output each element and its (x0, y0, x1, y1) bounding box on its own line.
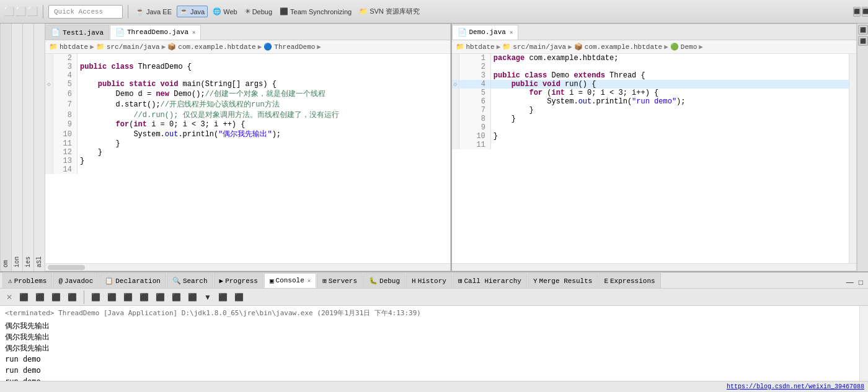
console-close-icon[interactable]: ✕ (308, 277, 311, 284)
bc-src-icon: 📁 (96, 43, 105, 51)
perspective-web[interactable]: 🌐 Web (210, 6, 239, 17)
tab-expressions[interactable]: E Expressions (598, 273, 660, 288)
console-btn-8[interactable]: ⬛ (121, 292, 135, 303)
toolbar-icon-2: ⬜ (16, 6, 26, 17)
right-tool-btn-1[interactable]: ⬛ (858, 25, 868, 35)
console-clear-btn[interactable]: ✕ (4, 292, 15, 303)
java-label: Java (190, 8, 205, 15)
console-btn-10[interactable]: ⬛ (153, 292, 167, 303)
console-vscrollbar[interactable] (859, 306, 868, 381)
progress-icon: ▶ (219, 277, 224, 285)
tab-servers[interactable]: ⊞ Servers (317, 273, 363, 288)
toolbar-right-btn-2[interactable]: ⬛ (862, 7, 868, 17)
tab-merge-results[interactable]: Y Merge Results (528, 273, 598, 288)
right-code-with-scroll: 1 package com.example.hbtdate; 2 3 (452, 54, 857, 263)
right-bc-pkg-icon: 📦 (574, 43, 583, 51)
table-row: 10 } (452, 132, 849, 141)
web-icon: 🌐 (213, 7, 221, 15)
console-btn-9[interactable]: ⬛ (137, 292, 151, 303)
history-icon: H (412, 277, 416, 285)
editor-tabs-container: 📄 Test1.java 📄 ThreadDemo.java ✕ 📁 hbtda… (45, 24, 857, 271)
left-hscrollbar[interactable] (45, 263, 450, 271)
console-output[interactable]: <terminated> ThreadDemo [Java Applicatio… (0, 306, 859, 381)
perspective-java[interactable]: ☕ Java (177, 6, 208, 17)
table-row: 2 (45, 54, 450, 63)
console-scroll-lock[interactable]: ⬛ (185, 292, 200, 303)
console-icon: ▣ (270, 277, 274, 285)
right-bc-proj-icon: 📁 (456, 43, 464, 51)
tab-debug[interactable]: 🐛 Debug (363, 273, 405, 288)
console-btn-7[interactable]: ⬛ (105, 292, 119, 303)
main-editor-area: om ion ies aSl 📄 Test1.java 📄 ThreadDemo… (0, 24, 868, 271)
call-hierarchy-icon: ⊞ (458, 277, 463, 285)
left-panel-label[interactable]: om (0, 24, 11, 271)
console-btn-11[interactable]: ⬛ (169, 292, 184, 303)
tab-test1[interactable]: 📄 Test1.java (45, 25, 109, 40)
expressions-label: Expressions (610, 277, 655, 285)
perspective-team-sync[interactable]: ⬛ Team Synchronizing (277, 6, 354, 17)
table-row: 3 public class ThreadDemo { (45, 63, 450, 71)
tab-progress[interactable]: ▶ Progress (214, 273, 264, 288)
console-btn-14[interactable]: ⬛ (232, 292, 246, 303)
bc-hbtdate: hbtdate (60, 43, 88, 51)
right-bc-src: src/main/java (513, 43, 566, 51)
bc-class-icon: 🔵 (264, 43, 272, 51)
tab-demo-close[interactable]: ✕ (510, 29, 513, 36)
merge-icon: Y (533, 277, 538, 285)
panel-maximize-btn[interactable]: □ (856, 277, 866, 288)
console-btn-5[interactable]: ⬛ (65, 292, 79, 303)
console-btn-13[interactable]: ⬛ (216, 292, 230, 303)
tab-demo[interactable]: 📄 Demo.java ✕ (452, 25, 519, 40)
perspective-svn[interactable]: 📁 SVN 资源库研究 (356, 6, 422, 17)
console-btn-3[interactable]: ⬛ (33, 292, 47, 303)
table-row: 11 } (45, 139, 450, 148)
console-stop-btn[interactable]: ⬛ (17, 292, 31, 303)
left-panel-label-2[interactable]: ion (11, 24, 22, 271)
console-btn-12[interactable]: ▼ (202, 292, 214, 303)
toolbar-icon-1: ⬜ (4, 6, 14, 17)
bottom-panel: ⚠ Problems @ Javadoc 📋 Declaration 🔍 Sea… (0, 271, 868, 392)
bc-class: ThreadDemo (274, 43, 315, 51)
console-line-6: run demo (5, 376, 854, 381)
toolbar-sep-2 (128, 5, 128, 19)
right-code-area[interactable]: 1 package com.example.hbtdate; 2 3 (452, 54, 849, 263)
expressions-icon: E (604, 277, 608, 285)
left-panel-label-4[interactable]: aSl (33, 24, 45, 271)
right-editor-pane: 📄 Demo.java ✕ 📁 hbtdate ▶ 📁 src/main/jav… (451, 24, 857, 271)
left-code-area[interactable]: 2 3 public class ThreadDemo { 4 (45, 54, 450, 263)
table-row: 1 package com.example.hbtdate; (452, 54, 849, 63)
right-code-table: 1 package com.example.hbtdate; 2 3 (452, 54, 849, 149)
perspective-debug[interactable]: ✳ Debug (242, 6, 275, 17)
tab-javadoc[interactable]: @ Javadoc (53, 273, 99, 288)
right-hscrollbar[interactable] (452, 263, 857, 271)
team-sync-label: Team Synchronizing (290, 8, 352, 15)
tab-threaddemo[interactable]: 📄 ThreadDemo.java ✕ (110, 25, 201, 40)
perspective-java-ee[interactable]: ☕ Java EE (133, 6, 174, 17)
table-row: 9 (452, 123, 849, 132)
problems-label: Problems (14, 277, 47, 285)
table-row: 7 d.start();//开启线程并知心该线程的run方法 (45, 99, 450, 110)
right-vscrollbar[interactable] (849, 54, 856, 263)
console-btn-4[interactable]: ⬛ (49, 292, 63, 303)
right-tool-btn-2[interactable]: ⬛ (858, 36, 868, 46)
table-row: 8 //d.run(); 仅仅是对象调用方法。而线程创建了，没有运行 (45, 110, 450, 120)
tab-call-hierarchy[interactable]: ⊞ Call Hierarchy (453, 273, 527, 288)
status-link[interactable]: https://blog.csdn.net/weixin_39467088 (727, 383, 864, 390)
tab-threaddemo-close[interactable]: ✕ (192, 29, 195, 36)
left-editor-pane: 📄 Test1.java 📄 ThreadDemo.java ✕ 📁 hbtda… (45, 24, 451, 271)
toolbar-right-btn-1[interactable]: ⬛ (853, 7, 861, 17)
javadoc-icon: @ (58, 277, 63, 285)
console-btn-6[interactable]: ⬛ (89, 292, 103, 303)
threaddemo-file-icon: 📄 (115, 28, 125, 37)
tab-history[interactable]: H History (406, 273, 452, 288)
tab-problems[interactable]: ⚠ Problems (2, 273, 52, 288)
left-panel-label-3[interactable]: ies (22, 24, 33, 271)
quick-access-input[interactable]: Quick Access (48, 5, 123, 19)
tab-search[interactable]: 🔍 Search (167, 273, 213, 288)
tab-console[interactable]: ▣ Console ✕ (264, 273, 316, 288)
tab-declaration[interactable]: 📋 Declaration (99, 273, 166, 288)
search-icon: 🔍 (172, 277, 181, 285)
console-line-3: 偶尔我先输出 (5, 342, 854, 354)
right-bc-src-icon: 📁 (502, 43, 511, 51)
panel-minimize-btn[interactable]: — (844, 277, 856, 288)
